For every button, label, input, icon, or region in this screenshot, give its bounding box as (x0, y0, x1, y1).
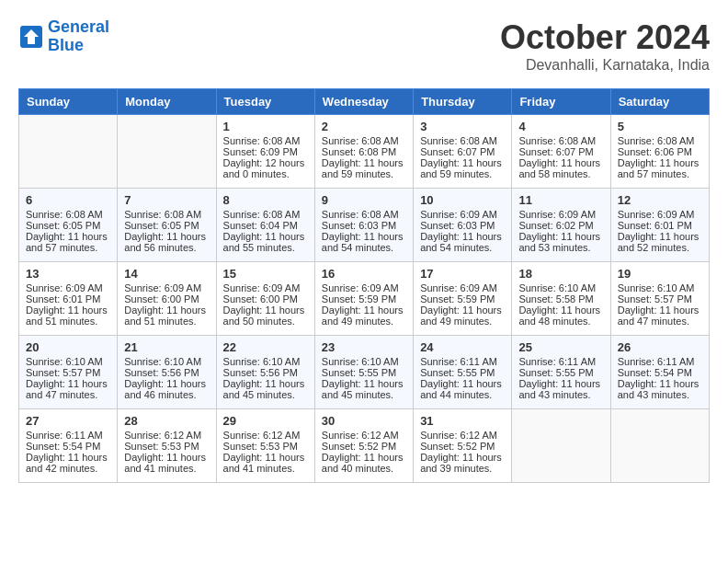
day-info: and 41 minutes. (223, 463, 308, 474)
day-info: Daylight: 11 hours (322, 378, 406, 389)
day-info: Sunrise: 6:11 AM (618, 356, 702, 367)
day-info: Daylight: 11 hours (124, 304, 209, 316)
day-number: 27 (26, 414, 110, 428)
week-row: 1Sunrise: 6:08 AMSunset: 6:09 PMDaylight… (19, 115, 710, 189)
day-number: 22 (223, 340, 308, 354)
day-info: Daylight: 11 hours (420, 304, 505, 316)
calendar-cell: 11Sunrise: 6:09 AMSunset: 6:02 PMDayligh… (512, 189, 610, 262)
day-number: 15 (223, 267, 308, 281)
day-info: and 45 minutes. (223, 389, 308, 400)
day-info: and 56 minutes. (124, 242, 209, 253)
day-info: Sunset: 6:04 PM (223, 220, 308, 231)
week-row: 13Sunrise: 6:09 AMSunset: 6:01 PMDayligh… (19, 262, 710, 336)
calendar-cell (118, 115, 216, 189)
day-info: Sunset: 5:54 PM (26, 441, 110, 452)
day-info: Sunset: 6:03 PM (322, 220, 406, 231)
day-info: Sunrise: 6:09 AM (223, 282, 308, 293)
day-number: 28 (124, 414, 209, 428)
calendar-cell: 22Sunrise: 6:10 AMSunset: 5:56 PMDayligh… (216, 336, 314, 409)
day-info: Sunset: 5:53 PM (124, 441, 209, 452)
day-info: Daylight: 11 hours (420, 452, 505, 463)
calendar-cell: 15Sunrise: 6:09 AMSunset: 6:00 PMDayligh… (216, 262, 314, 336)
day-info: and 44 minutes. (420, 389, 505, 400)
day-info: Sunrise: 6:10 AM (618, 282, 702, 293)
day-info: Sunrise: 6:08 AM (322, 135, 406, 146)
calendar-cell: 24Sunrise: 6:11 AMSunset: 5:55 PMDayligh… (414, 336, 512, 409)
day-info: Sunrise: 6:10 AM (223, 356, 308, 367)
day-number: 5 (618, 120, 702, 133)
day-number: 12 (618, 193, 702, 207)
day-header-wednesday: Wednesday (314, 89, 413, 115)
day-info: Sunset: 6:06 PM (618, 146, 702, 157)
day-info: Sunrise: 6:11 AM (518, 356, 603, 367)
day-info: Daylight: 11 hours (223, 378, 308, 389)
day-info: Sunrise: 6:09 AM (322, 282, 406, 293)
day-info: and 58 minutes. (518, 168, 603, 179)
calendar-cell (19, 115, 118, 189)
day-number: 4 (518, 120, 603, 133)
week-row: 20Sunrise: 6:10 AMSunset: 5:57 PMDayligh… (19, 336, 710, 409)
day-info: Sunrise: 6:08 AM (618, 135, 702, 146)
day-number: 10 (420, 193, 505, 207)
day-number: 21 (124, 340, 209, 354)
day-info: Sunrise: 6:08 AM (518, 135, 603, 146)
calendar-table: SundayMondayTuesdayWednesdayThursdayFrid… (18, 88, 710, 483)
day-info: Daylight: 11 hours (26, 231, 110, 242)
calendar-cell: 9Sunrise: 6:08 AMSunset: 6:03 PMDaylight… (314, 189, 413, 262)
day-info: Daylight: 11 hours (322, 157, 406, 168)
day-number: 9 (322, 193, 406, 207)
day-info: Daylight: 11 hours (618, 304, 702, 316)
day-info: Daylight: 11 hours (124, 452, 209, 463)
calendar-cell: 7Sunrise: 6:08 AMSunset: 6:05 PMDaylight… (118, 189, 216, 262)
day-info: Sunset: 5:56 PM (223, 367, 308, 378)
calendar-cell: 2Sunrise: 6:08 AMSunset: 6:08 PMDaylight… (314, 115, 413, 189)
day-info: and 49 minutes. (420, 316, 505, 327)
day-header-tuesday: Tuesday (216, 89, 314, 115)
day-info: Sunset: 5:59 PM (420, 293, 505, 304)
day-info: Sunrise: 6:09 AM (518, 209, 603, 220)
day-info: and 57 minutes. (26, 242, 110, 253)
day-number: 8 (223, 193, 308, 207)
day-info: and 43 minutes. (618, 389, 702, 400)
day-info: Daylight: 11 hours (420, 231, 505, 242)
day-number: 30 (322, 414, 406, 428)
day-info: Sunset: 5:58 PM (518, 293, 603, 304)
day-number: 31 (420, 414, 505, 428)
logo: General Blue (18, 18, 109, 55)
day-number: 16 (322, 267, 406, 281)
day-info: Sunset: 5:56 PM (124, 367, 209, 378)
page-header: General Blue October 2024 Devanhalli, Ka… (18, 18, 710, 74)
day-header-sunday: Sunday (19, 89, 118, 115)
day-info: and 55 minutes. (223, 242, 308, 253)
calendar-cell: 23Sunrise: 6:10 AMSunset: 5:55 PMDayligh… (314, 336, 413, 409)
day-info: Daylight: 11 hours (518, 157, 603, 168)
logo-text: General Blue (48, 18, 109, 55)
day-info: and 47 minutes. (26, 389, 110, 400)
day-number: 6 (26, 193, 110, 207)
day-info: Sunrise: 6:09 AM (26, 282, 110, 293)
calendar-cell: 26Sunrise: 6:11 AMSunset: 5:54 PMDayligh… (610, 336, 709, 409)
calendar-cell: 30Sunrise: 6:12 AMSunset: 5:52 PMDayligh… (314, 409, 413, 483)
day-info: and 53 minutes. (518, 242, 603, 253)
calendar-cell: 17Sunrise: 6:09 AMSunset: 5:59 PMDayligh… (414, 262, 512, 336)
calendar-cell: 8Sunrise: 6:08 AMSunset: 6:04 PMDaylight… (216, 189, 314, 262)
logo-icon (18, 24, 44, 50)
day-info: Sunrise: 6:09 AM (420, 209, 505, 220)
calendar-cell: 5Sunrise: 6:08 AMSunset: 6:06 PMDaylight… (610, 115, 709, 189)
day-info: and 41 minutes. (124, 463, 209, 474)
day-info: Sunrise: 6:11 AM (420, 356, 505, 367)
day-number: 11 (518, 193, 603, 207)
day-info: Daylight: 11 hours (26, 452, 110, 463)
day-info: and 50 minutes. (223, 316, 308, 327)
day-info: and 54 minutes. (322, 242, 406, 253)
calendar-cell: 21Sunrise: 6:10 AMSunset: 5:56 PMDayligh… (118, 336, 216, 409)
day-header-saturday: Saturday (610, 89, 709, 115)
day-number: 19 (618, 267, 702, 281)
day-info: Daylight: 11 hours (322, 452, 406, 463)
week-row: 27Sunrise: 6:11 AMSunset: 5:54 PMDayligh… (19, 409, 710, 483)
day-info: Sunrise: 6:09 AM (420, 282, 505, 293)
day-info: Sunrise: 6:09 AM (124, 282, 209, 293)
location: Devanhalli, Karnataka, India (500, 57, 710, 74)
day-info: Daylight: 11 hours (518, 231, 603, 242)
day-info: Sunrise: 6:12 AM (124, 430, 209, 441)
